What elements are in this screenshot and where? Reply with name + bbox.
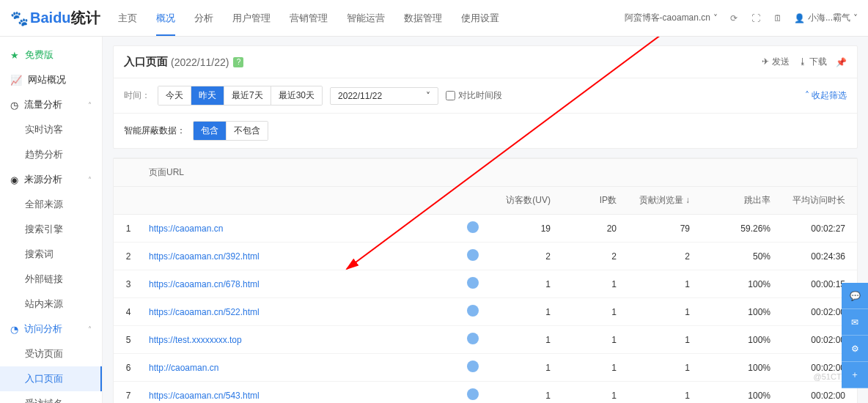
sidebar-sec-1[interactable]: ◉来源分析˄ [0, 167, 102, 192]
data-table: 页面URL 访客数(UV) IP数 贡献浏览量 ↓ 跳出率 平均访问时长 1ht… [113, 158, 858, 403]
sidebar-sub[interactable]: 受访页面 [0, 341, 102, 366]
user-menu[interactable]: 👤 小海...霸气 ˅ [794, 12, 858, 24]
sidebar-free[interactable]: ★免费版 [0, 42, 102, 67]
float-mail-icon[interactable]: ✉ [842, 309, 868, 336]
download-button[interactable]: ⭳ 下载 [798, 56, 827, 68]
row-url-link[interactable]: https://caoaman.cn/392.html [149, 251, 260, 262]
site-selector[interactable]: 阿蛮博客-caoaman.cn ˅ [625, 12, 718, 24]
col-ip[interactable]: IP数 [556, 187, 622, 214]
row-badge-icon[interactable] [467, 305, 479, 317]
sidebar-sec-2[interactable]: ◔访问分析˄ [0, 317, 102, 341]
row-duration: 00:24:36 [776, 245, 857, 268]
row-bounce: 100% [696, 356, 776, 380]
compare-checkbox[interactable]: 对比时间段 [446, 89, 502, 102]
col-uv[interactable]: 访客数(UV) [490, 187, 556, 214]
range-opt[interactable]: 昨天 [191, 86, 224, 105]
topnav-5[interactable]: 智能运营 [347, 1, 385, 35]
row-pv: 1 [622, 328, 696, 352]
page-title: 入口页面 [124, 55, 168, 69]
topnav-0[interactable]: 主页 [118, 1, 137, 35]
calendar-icon[interactable]: 🗓 [772, 12, 784, 24]
row-badge-icon[interactable] [467, 277, 479, 289]
refresh-icon[interactable]: ⟳ [728, 12, 740, 24]
sidebar-sub[interactable]: 入口页面 [0, 366, 102, 391]
row-badge-icon[interactable] [467, 361, 479, 372]
sidebar-overview[interactable]: 📈网站概况 [0, 67, 102, 92]
float-plus-icon[interactable]: ＋ [842, 362, 868, 388]
row-url-link[interactable]: https://caoaman.cn/678.html [149, 279, 260, 289]
row-uv: 1 [490, 384, 556, 404]
topnav-4[interactable]: 营销管理 [290, 1, 328, 35]
topnav-2[interactable]: 分析 [194, 1, 213, 35]
table-row: 2https://caoaman.cn/392.html22250%00:24:… [114, 243, 857, 270]
chart-icon: ◷ [10, 100, 18, 111]
fullscreen-icon[interactable]: ⛶ [750, 12, 762, 24]
row-pv: 1 [622, 300, 696, 324]
row-ip: 1 [556, 356, 622, 380]
range-opt[interactable]: 最近30天 [271, 86, 322, 105]
row-url-link[interactable]: https://caoaman.cn/522.html [149, 307, 260, 317]
col-pv[interactable]: 贡献浏览量 ↓ [622, 187, 696, 214]
time-range-seg: 今天昨天最近7天最近30天 [158, 86, 323, 106]
sidebar-sub[interactable]: 站内来源 [0, 292, 102, 317]
topnav-7[interactable]: 使用设置 [461, 1, 499, 35]
sidebar-sub[interactable]: 趋势分析 [0, 142, 102, 167]
sidebar-sec-0[interactable]: ◷流量分析˄ [0, 92, 102, 117]
chevron-up-icon: ˄ [88, 101, 92, 109]
shield-opt[interactable]: 不包含 [227, 122, 268, 140]
row-index: 7 [114, 384, 143, 404]
collapse-filter[interactable]: ˄ 收起筛选 [805, 89, 847, 102]
main: 入口页面 (2022/11/22) ? ✈ 发送 ⭳ 下载 📌 时间： 今天昨天… [103, 37, 868, 403]
range-opt[interactable]: 最近7天 [224, 86, 271, 105]
date-picker[interactable]: 2022/11/22˅ [330, 87, 438, 105]
row-uv: 1 [490, 300, 556, 324]
topnav-6[interactable]: 数据管理 [404, 1, 442, 35]
table-row: 3https://caoaman.cn/678.html111100%00:00… [114, 270, 857, 298]
help-icon[interactable]: ? [233, 57, 243, 67]
shield-opt[interactable]: 包含 [194, 122, 227, 140]
row-index: 6 [114, 356, 143, 380]
col-duration[interactable]: 平均访问时长 [776, 187, 857, 214]
row-badge-icon[interactable] [467, 221, 479, 233]
sort-desc-icon: ↓ [685, 195, 690, 205]
row-badge-icon[interactable] [467, 388, 479, 400]
sidebar-sub[interactable]: 全部来源 [0, 192, 102, 217]
float-wechat-icon[interactable]: ⚙ [842, 336, 868, 362]
sidebar-sub[interactable]: 受访域名 [0, 391, 102, 403]
send-button[interactable]: ✈ 发送 [762, 56, 789, 68]
topnav-1[interactable]: 概况 [156, 1, 175, 35]
row-url-link[interactable]: https://test.xxxxxxxx.top [149, 335, 242, 345]
col-url[interactable]: 页面URL [143, 159, 461, 186]
row-url-link[interactable]: https://caoaman.cn/543.html [149, 391, 260, 401]
row-bounce: 100% [696, 384, 776, 404]
row-url-link[interactable]: https://caoaman.cn [149, 223, 223, 234]
topbar: 🐾 Bai du统计 主页概况分析用户管理营销管理智能运营数据管理使用设置 阿蛮… [0, 0, 868, 37]
row-uv: 1 [490, 356, 556, 380]
float-chat-icon[interactable]: 💬 [842, 283, 868, 309]
row-url-link[interactable]: http://caoaman.cn [149, 363, 218, 373]
row-bounce: 59.26% [696, 217, 776, 240]
sidebar-sub[interactable]: 外部链接 [0, 267, 102, 292]
sidebar-sub[interactable]: 搜索词 [0, 242, 102, 267]
row-uv: 19 [490, 217, 556, 240]
chevron-up-icon: ˄ [88, 325, 92, 333]
top-nav: 主页概况分析用户管理营销管理智能运营数据管理使用设置 [118, 1, 625, 35]
row-pv: 2 [622, 245, 696, 268]
sidebar-sub[interactable]: 搜索引擎 [0, 217, 102, 242]
table-head-2: 访客数(UV) IP数 贡献浏览量 ↓ 跳出率 平均访问时长 [114, 187, 857, 215]
col-bounce[interactable]: 跳出率 [696, 187, 776, 214]
logo[interactable]: 🐾 Bai du统计 [10, 8, 100, 28]
row-badge-icon[interactable] [467, 333, 479, 344]
row-duration: 00:02:27 [776, 217, 857, 240]
chevron-down-icon: ˅ [426, 91, 430, 101]
filter-row-2: 智能屏蔽数据： 包含不包含 [114, 113, 857, 148]
sidebar-sub[interactable]: 实时访客 [0, 117, 102, 142]
pin-icon[interactable]: 📌 [836, 57, 847, 67]
chevron-up-icon: ˄ [88, 176, 92, 184]
page-date: (2022/11/22) [171, 56, 229, 68]
row-ip: 2 [556, 245, 622, 268]
range-opt[interactable]: 今天 [158, 86, 191, 105]
logo-bai: Bai [30, 10, 53, 26]
topnav-3[interactable]: 用户管理 [232, 1, 271, 35]
row-badge-icon[interactable] [467, 249, 479, 261]
